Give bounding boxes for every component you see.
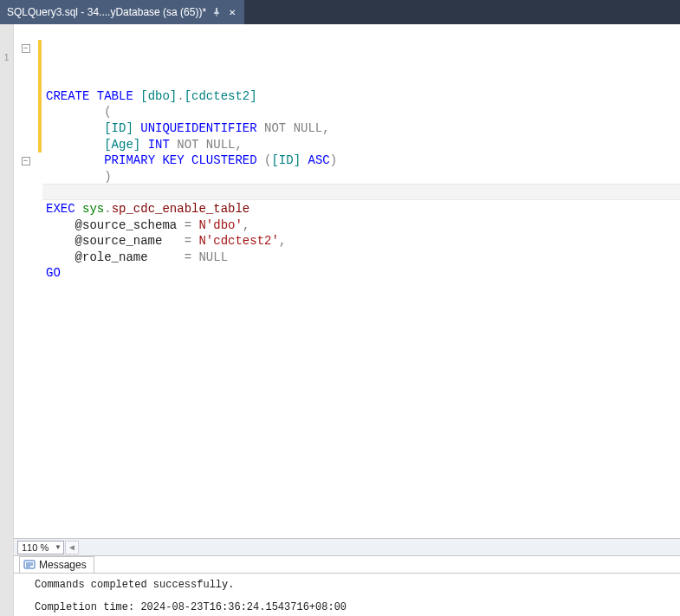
code-line: [ID] UNIQUEIDENTIFIER NOT NULL,	[46, 120, 677, 137]
messages-completion-line: Completion time: 2024-08-23T16:36:24.154…	[35, 601, 659, 613]
editor-tab-strip: SQLQuery3.sql - 34....yDatabase (sa (65)…	[0, 0, 680, 24]
workspace: 1 −− CREATE TABLE [dbo].[cdctest2] ( [ID…	[0, 24, 680, 616]
code-line: @role_name = NULL	[46, 250, 677, 266]
code-line	[46, 185, 677, 201]
fold-collapse-button[interactable]: −	[22, 44, 30, 53]
zoom-dropdown[interactable]: 110 % ▼	[17, 541, 64, 554]
horizontal-scroll-track[interactable]	[80, 541, 677, 554]
code-line: @source_name = N'cdctest2',	[46, 233, 677, 250]
zoom-value: 110 %	[22, 542, 49, 553]
messages-tabs: Messages	[14, 556, 680, 573]
code-line: EXEC sys.sp_cdc_enable_table	[46, 201, 677, 217]
editor-tab-title: SQLQuery3.sql - 34....yDatabase (sa (65)…	[7, 6, 206, 18]
sql-editor-body[interactable]: −− CREATE TABLE [dbo].[cdctest2] ( [ID] …	[14, 24, 680, 538]
close-icon[interactable]: ✕	[227, 7, 237, 17]
messages-icon	[23, 559, 36, 571]
code-line: GO	[46, 265, 677, 282]
messages-body[interactable]: Commands completed successfully. Complet…	[14, 573, 680, 616]
fold-gutter: −−	[14, 24, 38, 538]
scroll-left-button[interactable]: ◄	[65, 541, 79, 554]
editor-status-bar: 110 % ▼ ◄	[14, 538, 680, 555]
chevron-down-icon: ▼	[55, 543, 62, 551]
fold-collapse-button[interactable]: −	[22, 157, 30, 165]
code-line: )	[46, 169, 677, 185]
code-lines: CREATE TABLE [dbo].[cdctest2] ( [ID] UNI…	[46, 88, 677, 282]
code-line: [Age] INT NOT NULL,	[46, 137, 677, 153]
messages-panel: Messages Commands completed successfully…	[14, 555, 680, 616]
messages-result-line: Commands completed successfully.	[35, 579, 659, 591]
left-margin-gutter: 1	[0, 24, 14, 616]
left-margin-label: 1	[3, 52, 9, 62]
messages-tab-label: Messages	[39, 559, 87, 571]
tab-strip-background	[244, 0, 680, 24]
code-line: CREATE TABLE [dbo].[cdctest2]	[46, 88, 677, 105]
editor-tab[interactable]: SQLQuery3.sql - 34....yDatabase (sa (65)…	[0, 0, 244, 24]
editor-column: −− CREATE TABLE [dbo].[cdctest2] ( [ID] …	[14, 24, 680, 616]
sql-editor: −− CREATE TABLE [dbo].[cdctest2] ( [ID] …	[14, 24, 680, 555]
tab-messages[interactable]: Messages	[19, 556, 94, 573]
change-indicator	[38, 40, 42, 152]
code-line: (	[46, 104, 677, 120]
code-line: @source_schema = N'dbo',	[46, 217, 677, 234]
code-area[interactable]: CREATE TABLE [dbo].[cdctest2] ( [ID] UNI…	[42, 24, 680, 538]
code-line: PRIMARY KEY CLUSTERED ([ID] ASC)	[46, 152, 677, 169]
pin-icon[interactable]	[211, 7, 222, 17]
